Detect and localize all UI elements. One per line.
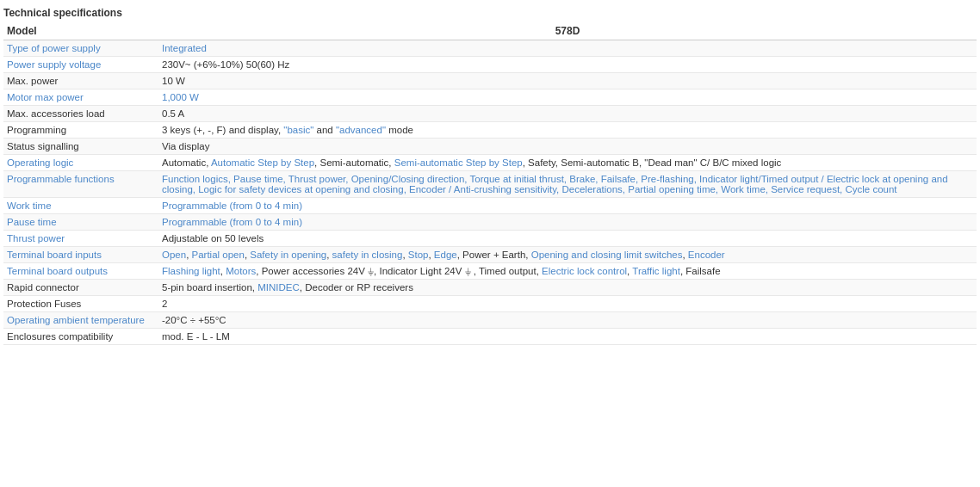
- property-cell: Operating ambient temperature: [3, 312, 158, 329]
- table-row: Protection Fuses2: [3, 296, 977, 312]
- property-cell: Programming: [3, 122, 158, 139]
- table-row: Power supply voltage230V~ (+6%-10%) 50(6…: [3, 57, 977, 73]
- table-row: Terminal board outputsFlashing light, Mo…: [3, 263, 977, 280]
- table-row: Work timeProgrammable (from 0 to 4 min): [3, 198, 977, 214]
- property-cell: Rapid connector: [3, 280, 158, 296]
- value-cell: Flashing light, Motors, Power accessorie…: [158, 263, 977, 280]
- property-cell: Max. accessories load: [3, 106, 158, 122]
- table-row: Operating logicAutomatic, Automatic Step…: [3, 155, 977, 171]
- table-row: Programming3 keys (+, -, F) and display,…: [3, 122, 977, 139]
- table-row: Terminal board inputsOpen, Partial open,…: [3, 247, 977, 263]
- property-cell: Enclosures compatibility: [3, 329, 158, 345]
- property-cell: Pause time: [3, 214, 158, 231]
- property-cell: Programmable functions: [3, 171, 158, 198]
- value-cell: Automatic, Automatic Step by Step, Semi-…: [158, 155, 977, 171]
- table-row: Programmable functionsFunction logics, P…: [3, 171, 977, 198]
- value-cell: Via display: [158, 139, 977, 155]
- property-cell: Type of power supply: [3, 40, 158, 57]
- value-cell: 10 W: [158, 73, 977, 89]
- property-cell: Max. power: [3, 73, 158, 89]
- table-row: Status signallingVia display: [3, 139, 977, 155]
- value-cell: Programmable (from 0 to 4 min): [158, 214, 977, 231]
- property-cell: Motor max power: [3, 89, 158, 106]
- col-header-property: Model: [3, 22, 158, 40]
- property-cell: Operating logic: [3, 155, 158, 171]
- value-cell: Integrated: [158, 40, 977, 57]
- property-cell: Work time: [3, 198, 158, 214]
- value-cell: 2: [158, 296, 977, 312]
- value-cell: mod. E - L - LM: [158, 329, 977, 345]
- table-row: Rapid connector5-pin board insertion, MI…: [3, 280, 977, 296]
- specs-table: Model 578D Type of power supplyIntegrate…: [3, 22, 977, 345]
- value-cell: Open, Partial open, Safety in opening, s…: [158, 247, 977, 263]
- property-cell: Terminal board outputs: [3, 263, 158, 280]
- table-row: Thrust powerAdjustable on 50 levels: [3, 231, 977, 247]
- value-cell: 230V~ (+6%-10%) 50(60) Hz: [158, 57, 977, 73]
- col-header-value: 578D: [158, 22, 977, 40]
- property-cell: Status signalling: [3, 139, 158, 155]
- table-row: Type of power supplyIntegrated: [3, 40, 977, 57]
- value-cell: 3 keys (+, -, F) and display, "basic" an…: [158, 122, 977, 139]
- table-row: Motor max power1,000 W: [3, 89, 977, 106]
- property-cell: Power supply voltage: [3, 57, 158, 73]
- table-row: Max. power10 W: [3, 73, 977, 89]
- table-row: Pause timeProgrammable (from 0 to 4 min): [3, 214, 977, 231]
- value-cell: 5-pin board insertion, MINIDEC, Decoder …: [158, 280, 977, 296]
- property-cell: Protection Fuses: [3, 296, 158, 312]
- main-container: Technical specifications Model 578D Type…: [0, 0, 980, 352]
- value-cell: Programmable (from 0 to 4 min): [158, 198, 977, 214]
- page-title: Technical specifications: [3, 7, 977, 19]
- value-cell: Function logics, Pause time, Thrust powe…: [158, 171, 977, 198]
- property-cell: Thrust power: [3, 231, 158, 247]
- table-row: Operating ambient temperature-20°C ÷ +55…: [3, 312, 977, 329]
- table-row: Enclosures compatibilitymod. E - L - LM: [3, 329, 977, 345]
- value-cell: Adjustable on 50 levels: [158, 231, 977, 247]
- property-cell: Terminal board inputs: [3, 247, 158, 263]
- value-cell: -20°C ÷ +55°C: [158, 312, 977, 329]
- value-cell: 0.5 A: [158, 106, 977, 122]
- value-cell: 1,000 W: [158, 89, 977, 106]
- table-row: Max. accessories load0.5 A: [3, 106, 977, 122]
